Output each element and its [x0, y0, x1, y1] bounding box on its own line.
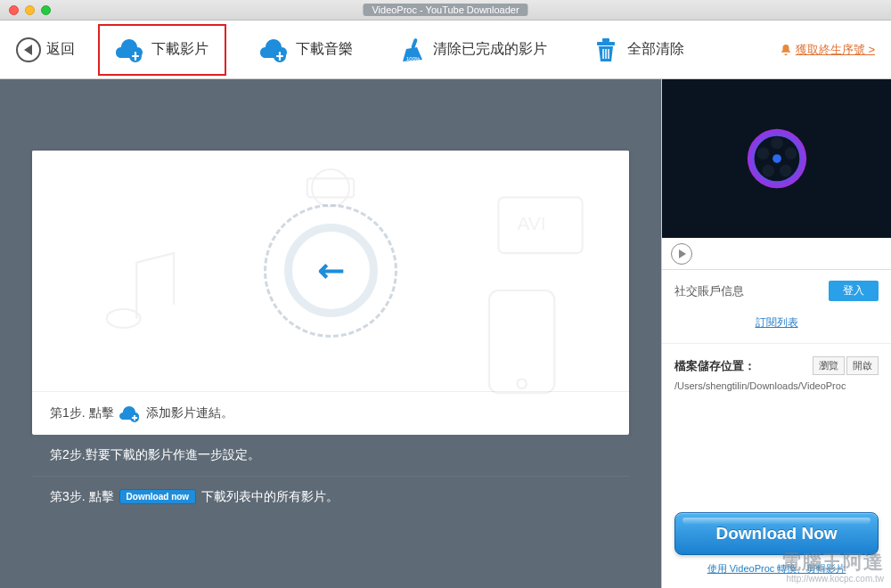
download-video-label: 下載影片	[151, 40, 208, 59]
clear-completed-button[interactable]: 100% 清除已完成的影片	[387, 31, 558, 69]
add-link-cloud-icon	[119, 404, 141, 422]
step-2-text: 第2步.對要下載的影片作進一步設定。	[50, 447, 260, 463]
clear-completed-label: 清除已完成的影片	[433, 40, 547, 59]
social-account-label: 社交賬戶信息	[674, 283, 744, 299]
cloud-download-music-icon	[260, 37, 289, 63]
svg-rect-11	[489, 290, 554, 393]
body-area: AVI ↖ 第1步. 點擊 添加影片連結。	[0, 79, 891, 588]
side-panel: 社交賬戶信息 登入 訂閱列表 檔案儲存位置： 瀏覽 開啟 /Users/shen…	[661, 79, 891, 588]
video-preview	[662, 79, 891, 238]
svg-rect-4	[597, 42, 615, 45]
videoproc-logo-icon	[742, 124, 812, 193]
subscribe-row: 訂閱列表	[662, 308, 891, 343]
instruction-card: AVI ↖ 第1步. 點擊 添加影片連結。	[32, 151, 629, 435]
broom-icon: 100%	[397, 37, 426, 63]
svg-point-19	[784, 147, 797, 159]
download-now-button[interactable]: Download Now	[674, 512, 879, 555]
svg-point-20	[779, 165, 791, 177]
save-path-text: /Users/shengtilin/Downloads/VideoProc	[674, 380, 879, 391]
get-license-link[interactable]: 獲取終生序號 >	[780, 42, 875, 58]
step-3-prefix: 第3步. 點擊	[50, 489, 114, 505]
preview-controls	[662, 238, 891, 270]
download-now-section: Download Now 使用 VideoProc 轉換、剪輯影片	[674, 512, 879, 576]
back-label: 返回	[46, 40, 75, 59]
login-button[interactable]: 登入	[829, 281, 879, 301]
convert-edit-link[interactable]: 使用 VideoProc 轉換、剪輯影片	[707, 563, 846, 574]
svg-point-12	[517, 379, 526, 388]
close-window-icon[interactable]	[9, 5, 19, 15]
main-toolbar: 返回 下載影片 下載音樂 100% 清除已完成的影片 全部清除 獲取終生序號 >	[0, 20, 891, 79]
browse-button[interactable]: 瀏覽	[813, 356, 845, 375]
step-3-suffix: 下載列表中的所有影片。	[201, 489, 339, 505]
minimize-window-icon[interactable]	[25, 5, 35, 15]
clear-all-label: 全部清除	[627, 40, 684, 59]
download-music-button[interactable]: 下載音樂	[249, 31, 364, 69]
step-3-row: 第3步. 點擊 Download now 下載列表中的所有影片。	[32, 476, 629, 518]
license-link-label: 獲取終生序號 >	[796, 42, 875, 58]
svg-text:AVI: AVI	[517, 212, 545, 233]
clear-all-button[interactable]: 全部清除	[581, 31, 695, 69]
window-titlebar: VideoProc - YouTube Downloader	[0, 0, 891, 20]
svg-rect-14	[307, 178, 354, 197]
play-button[interactable]	[671, 243, 692, 265]
trash-icon	[592, 37, 620, 63]
cloud-download-video-icon	[116, 37, 144, 63]
subscribe-link[interactable]: 訂閱列表	[756, 316, 798, 329]
svg-point-13	[312, 168, 349, 206]
svg-point-22	[756, 147, 769, 159]
save-location-label: 檔案儲存位置：	[674, 358, 756, 374]
download-now-badge: Download now	[119, 489, 197, 504]
drop-zone[interactable]: AVI ↖	[32, 151, 629, 391]
step-2-row: 第2步.對要下載的影片作進一步設定。	[32, 435, 629, 476]
svg-point-23	[772, 154, 781, 163]
maximize-window-icon[interactable]	[41, 5, 51, 15]
traffic-lights	[9, 5, 51, 15]
step-1-prefix: 第1步. 點擊	[50, 405, 114, 421]
open-folder-button[interactable]: 開啟	[846, 356, 879, 375]
main-panel: AVI ↖ 第1步. 點擊 添加影片連結。	[0, 79, 661, 588]
play-icon	[679, 249, 686, 258]
back-button[interactable]: 返回	[16, 37, 75, 62]
back-arrow-icon	[16, 37, 41, 62]
svg-point-18	[771, 137, 783, 150]
step-1-suffix: 添加影片連結。	[146, 405, 233, 421]
bell-icon	[780, 44, 792, 56]
download-music-label: 下載音樂	[296, 40, 353, 59]
svg-point-21	[762, 165, 774, 177]
window-title: VideoProc - YouTube Downloader	[363, 4, 527, 16]
save-location-section: 檔案儲存位置： 瀏覽 開啟 /Users/shengtilin/Download…	[662, 343, 891, 404]
download-video-button[interactable]: 下載影片	[98, 24, 226, 76]
footer-link-row: 使用 VideoProc 轉換、剪輯影片	[674, 555, 879, 576]
svg-rect-5	[602, 38, 609, 42]
svg-text:100%: 100%	[406, 56, 421, 61]
social-account-row: 社交賬戶信息 登入	[662, 270, 891, 308]
